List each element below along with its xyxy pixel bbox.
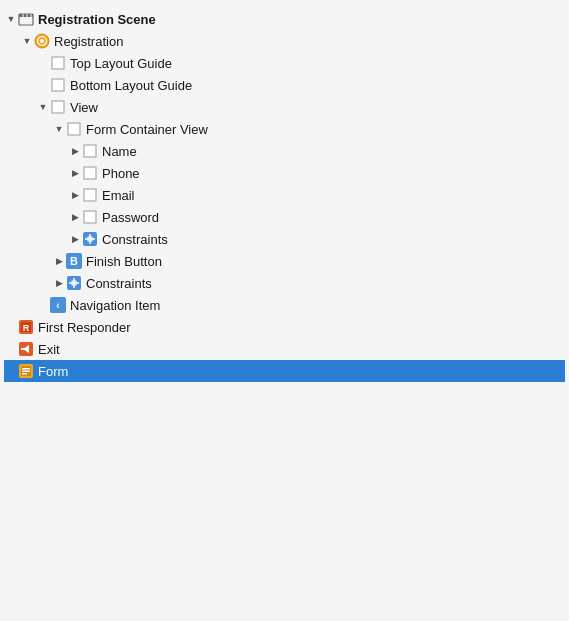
svg-rect-11: [68, 123, 80, 135]
view-box-icon: [82, 143, 98, 159]
tree-item-label: First Responder: [38, 320, 130, 335]
scene-icon: [18, 11, 34, 27]
tree-item-constraints-inner[interactable]: Constraints: [4, 228, 565, 250]
tree-item-phone[interactable]: Phone: [4, 162, 565, 184]
constraints-icon: [82, 231, 98, 247]
view-box-icon: [50, 77, 66, 93]
svg-rect-33: [22, 373, 27, 375]
tree-item-label: Registration: [54, 34, 123, 49]
disclosure-password[interactable]: [68, 210, 82, 224]
view-box-icon: [50, 99, 66, 115]
tree-item-label: Constraints: [102, 232, 168, 247]
tree-item-navigation-item[interactable]: ‹ Navigation Item: [4, 294, 565, 316]
constraints-icon: [66, 275, 82, 291]
view-box-icon: [66, 121, 82, 137]
disclosure-constraints-outer[interactable]: [52, 276, 66, 290]
svg-rect-13: [84, 167, 96, 179]
orange-circle-icon: [34, 33, 50, 49]
svg-rect-15: [84, 211, 96, 223]
tree-item-label: Bottom Layout Guide: [70, 78, 192, 93]
tree-item-label: Form Container View: [86, 122, 208, 137]
tree-item-bottom-layout-guide[interactable]: Bottom Layout Guide: [4, 74, 565, 96]
disclosure-form-container[interactable]: [52, 122, 66, 136]
disclosure-constraints-inner[interactable]: [68, 232, 82, 246]
tree-item-label: Navigation Item: [70, 298, 160, 313]
tree-item-label: Password: [102, 210, 159, 225]
tree-item-registration-scene[interactable]: Registration Scene: [4, 8, 565, 30]
tree-item-label: Email: [102, 188, 135, 203]
tree-item-name[interactable]: Name: [4, 140, 565, 162]
tree-item-registration[interactable]: Registration: [4, 30, 565, 52]
tree-item-form-container-view[interactable]: Form Container View: [4, 118, 565, 140]
tree-item-constraints-outer[interactable]: Constraints: [4, 272, 565, 294]
svg-rect-12: [84, 145, 96, 157]
tree-item-view[interactable]: View: [4, 96, 565, 118]
tree-item-label: Finish Button: [86, 254, 162, 269]
svg-rect-10: [52, 101, 64, 113]
svg-rect-31: [22, 368, 30, 370]
first-responder-icon: R: [18, 319, 34, 335]
disclosure-view[interactable]: [36, 100, 50, 114]
view-box-icon: [50, 55, 66, 71]
tree-item-label: View: [70, 100, 98, 115]
tree-item-label: Constraints: [86, 276, 152, 291]
svg-rect-14: [84, 189, 96, 201]
exit-icon: [18, 341, 34, 357]
tree-item-exit[interactable]: Exit: [4, 338, 565, 360]
svg-rect-28: [21, 348, 26, 350]
disclosure-registration[interactable]: [20, 34, 34, 48]
tree-item-label: Registration Scene: [38, 12, 156, 27]
tree-item-first-responder[interactable]: R First Responder: [4, 316, 565, 338]
form-icon: [18, 363, 34, 379]
tree-item-password[interactable]: Password: [4, 206, 565, 228]
view-box-icon: [82, 187, 98, 203]
svg-point-7: [40, 39, 44, 43]
tree-item-finish-button[interactable]: B Finish Button: [4, 250, 565, 272]
svg-rect-8: [52, 57, 64, 69]
nav-icon: ‹: [50, 297, 66, 313]
tree-item-label: Form: [38, 364, 68, 379]
svg-rect-9: [52, 79, 64, 91]
disclosure-email[interactable]: [68, 188, 82, 202]
tree-item-top-layout-guide[interactable]: Top Layout Guide: [4, 52, 565, 74]
view-box-icon: [82, 209, 98, 225]
tree-item-label: Exit: [38, 342, 60, 357]
svg-rect-32: [22, 371, 30, 373]
disclosure-phone[interactable]: [68, 166, 82, 180]
tree-item-form[interactable]: Form: [4, 360, 565, 382]
scene-tree: Registration Scene Registration Top Layo…: [0, 0, 569, 390]
tree-item-email[interactable]: Email: [4, 184, 565, 206]
view-box-icon: [82, 165, 98, 181]
svg-text:R: R: [23, 323, 30, 333]
disclosure-finish-button[interactable]: [52, 254, 66, 268]
tree-item-label: Top Layout Guide: [70, 56, 172, 71]
disclosure-name[interactable]: [68, 144, 82, 158]
b-button-icon: B: [66, 253, 82, 269]
tree-item-label: Phone: [102, 166, 140, 181]
disclosure-registration-scene[interactable]: [4, 12, 18, 26]
tree-item-label: Name: [102, 144, 137, 159]
